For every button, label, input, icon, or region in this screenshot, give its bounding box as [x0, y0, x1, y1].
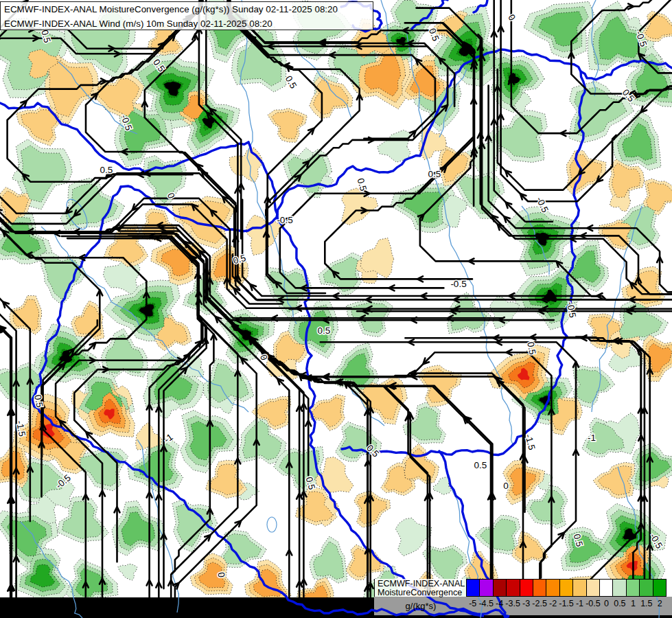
colorbar-tick-label: -2 — [549, 599, 557, 608]
legend-title-line2: MoistureConvergence — [378, 588, 468, 597]
colorbar-tick-label: 0.5 — [614, 599, 625, 608]
contour-label: 0.5 — [32, 394, 45, 409]
colorbar-cell — [479, 579, 493, 597]
contour-label: 0.5 — [474, 460, 487, 470]
colorbar-tick-label: -5 — [469, 599, 476, 608]
bottom-black-band — [0, 597, 375, 618]
legend-title-box: ECMWF-INDEX-ANAL MoistureConvergence — [374, 579, 468, 597]
colorbar-cell — [506, 579, 520, 597]
map-title-line2: ECMWF-INDEX-ANAL Wind (m/s) 10m Sunday 0… — [4, 17, 373, 32]
contour-label: 0.5 — [525, 341, 537, 356]
colorbar-cell — [520, 579, 533, 597]
colorbar-cell — [653, 579, 667, 597]
colorbar-tick-label: -2.5 — [532, 599, 547, 608]
colorbar-cell — [546, 579, 559, 597]
colorbar-cell — [533, 579, 546, 597]
colorbar-cell — [493, 579, 507, 597]
colorbar-cell — [559, 579, 573, 597]
colorbar-tick-label: 1.5 — [640, 599, 652, 608]
colorbar-tick-label: 2 — [658, 599, 662, 608]
map-title-box: ECMWF-INDEX-ANAL MoistureConvergence (g/… — [0, 1, 373, 30]
colorbar-tick-label: 1 — [631, 599, 636, 608]
legend-units-label: g/(kg*s) — [375, 601, 467, 611]
legend-bottom-strip — [374, 615, 672, 618]
colorbar-tick-label: -1.5 — [559, 599, 574, 608]
weather-map-screenshot: -0.50.50.5-0.50.5-0.50.50-0.50.50.5-0.5-… — [0, 0, 672, 618]
colorbar — [466, 579, 667, 597]
legend-title-line1: ECMWF-INDEX-ANAL — [378, 580, 468, 588]
colorbar-tick-label: -3 — [522, 599, 530, 608]
colorbar-tick-label: -4.5 — [478, 599, 494, 608]
contour-label: 0.5 — [318, 325, 331, 336]
colorbar-cell — [612, 579, 626, 597]
colorbar-tick-label: -0.5 — [586, 599, 601, 608]
contour-label: -0.5 — [277, 215, 292, 225]
colorbar-tick-label: -4 — [496, 599, 503, 608]
weather-map-canvas: -0.50.50.5-0.50.5-0.50.50-0.50.50.5-0.5-… — [0, 0, 672, 618]
colorbar-cell — [639, 579, 653, 597]
colorbar-cell — [586, 579, 600, 597]
contour-label: -1 — [588, 433, 596, 443]
colorbar-cell — [572, 579, 586, 597]
contour-label: -0.5 — [450, 279, 466, 289]
colorbar-cell — [599, 579, 613, 597]
contour-label: 0 — [503, 481, 509, 491]
colorbar-tick-label: -3.5 — [505, 599, 520, 608]
colorbar-cell — [626, 579, 640, 597]
contour-label: 0.5 — [100, 165, 113, 175]
colorbar-tick-label: 0 — [604, 599, 609, 608]
contour-label: 0.5 — [428, 169, 441, 179]
colorbar-cell — [466, 579, 480, 597]
colorbar-tick-label: -1 — [576, 599, 583, 608]
map-title-line1: ECMWF-INDEX-ANAL MoistureConvergence (g/… — [4, 3, 373, 17]
